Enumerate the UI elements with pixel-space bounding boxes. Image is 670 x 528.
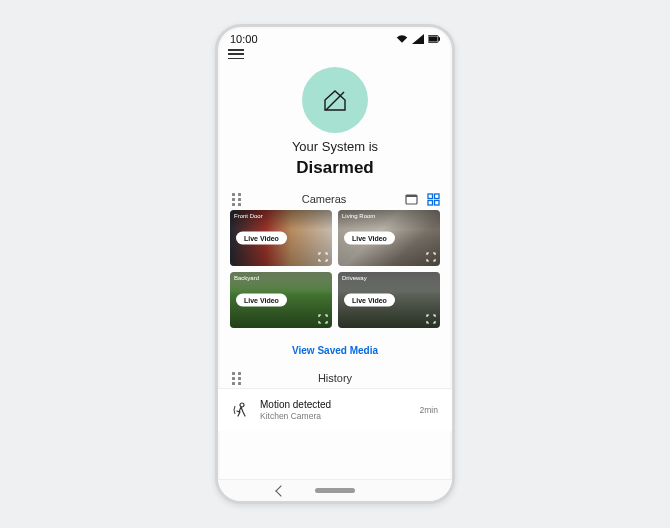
grid-view-icon[interactable] (426, 192, 440, 206)
signal-icon (412, 34, 424, 44)
svg-rect-9 (434, 200, 439, 205)
svg-rect-5 (406, 195, 417, 197)
live-video-button[interactable]: Live Video (236, 232, 287, 245)
expand-icon[interactable] (426, 252, 436, 262)
phone-frame: 10:00 Your System is Disarmed Cameras (215, 24, 455, 504)
view-saved-row: View Saved Media (218, 328, 452, 368)
app-top-bar (218, 47, 452, 63)
camera-tile[interactable]: Driveway Live Video (338, 272, 440, 328)
svg-line-3 (326, 92, 344, 110)
home-pill[interactable] (315, 488, 355, 493)
camera-tile[interactable]: Front Door Live Video (230, 210, 332, 266)
single-view-icon[interactable] (404, 192, 418, 206)
cameras-title: Cameras (244, 193, 404, 205)
history-item-text: Motion detected Kitchen Camera (260, 399, 410, 421)
history-item-time: 2min (420, 405, 438, 415)
drag-handle-icon[interactable] (230, 372, 244, 384)
status-icons (396, 34, 440, 44)
history-item[interactable]: Motion detected Kitchen Camera 2min (218, 388, 452, 431)
status-bar: 10:00 (218, 27, 452, 47)
view-saved-media-link[interactable]: View Saved Media (292, 345, 378, 356)
system-status-circle[interactable] (302, 67, 368, 133)
system-status-value: Disarmed (296, 158, 373, 178)
expand-icon[interactable] (426, 314, 436, 324)
clock: 10:00 (230, 33, 258, 45)
history-item-subtitle: Kitchen Camera (260, 411, 410, 421)
menu-icon[interactable] (228, 49, 244, 59)
camera-tile[interactable]: Backyard Live Video (230, 272, 332, 328)
motion-icon (232, 401, 250, 419)
svg-rect-7 (434, 194, 439, 199)
svg-rect-1 (438, 37, 440, 40)
camera-name: Front Door (234, 213, 263, 219)
live-video-button[interactable]: Live Video (344, 294, 395, 307)
history-section-header: History (218, 368, 452, 388)
disarmed-house-icon (319, 84, 351, 116)
svg-rect-8 (428, 200, 433, 205)
battery-icon (428, 34, 440, 44)
back-button[interactable] (275, 485, 286, 496)
live-video-button[interactable]: Live Video (344, 232, 395, 245)
svg-rect-2 (429, 36, 438, 41)
live-video-button[interactable]: Live Video (236, 294, 287, 307)
history-title: History (244, 372, 426, 384)
drag-handle-icon[interactable] (230, 193, 244, 205)
expand-icon[interactable] (318, 314, 328, 324)
android-nav-bar (218, 479, 452, 501)
wifi-icon (396, 34, 408, 44)
camera-name: Living Room (342, 213, 375, 219)
history-item-title: Motion detected (260, 399, 410, 410)
camera-grid: Front Door Live Video Living Room Live V… (218, 210, 452, 328)
expand-icon[interactable] (318, 252, 328, 262)
system-status-hero: Your System is Disarmed (218, 63, 452, 186)
cameras-section-header: Cameras (218, 186, 452, 210)
camera-tile[interactable]: Living Room Live Video (338, 210, 440, 266)
svg-point-10 (240, 403, 244, 407)
system-status-prefix: Your System is (292, 139, 378, 154)
camera-name: Backyard (234, 275, 259, 281)
camera-name: Driveway (342, 275, 367, 281)
svg-rect-6 (428, 194, 433, 199)
